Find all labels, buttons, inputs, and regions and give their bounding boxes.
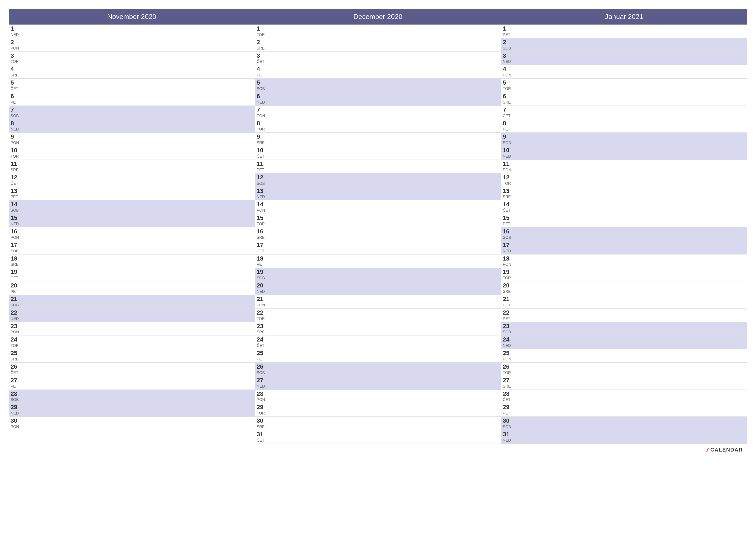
day-name: SRE	[503, 100, 514, 105]
day-info: 22NED	[11, 309, 21, 321]
day-name: SOB	[503, 330, 514, 334]
day-info: 6SRE	[503, 93, 514, 105]
day-row: 11SRE	[9, 160, 255, 173]
day-name: ČET	[503, 303, 514, 308]
day-number: 31	[257, 431, 267, 438]
day-number: 16	[11, 228, 21, 235]
day-row: 24NED	[501, 336, 747, 349]
day-number: 16	[257, 228, 267, 235]
day-number: 11	[11, 161, 21, 167]
day-row: 1PET	[501, 25, 747, 38]
day-number: 8	[257, 120, 267, 127]
day-name: SRE	[11, 73, 21, 78]
day-name: SOB	[11, 114, 21, 118]
day-info: 14SOB	[11, 201, 21, 213]
day-number: 29	[503, 404, 514, 411]
logo: 7 CALENDAR	[706, 446, 743, 453]
day-number: 27	[257, 377, 267, 384]
day-row: 5TOR	[501, 79, 747, 92]
day-info: 11PET	[257, 161, 267, 172]
day-info: 6PET	[11, 93, 21, 105]
day-name: TOR	[11, 249, 21, 253]
day-name: PET	[11, 195, 21, 199]
day-name: ČET	[257, 60, 267, 64]
day-name: SOB	[11, 208, 21, 213]
day-number: 15	[503, 215, 514, 221]
day-name: ČET	[257, 343, 267, 348]
day-row: 21PON	[255, 295, 501, 309]
day-row: 13SRE	[501, 187, 747, 200]
day-number: 12	[257, 174, 267, 181]
day-name: ČET	[503, 397, 514, 402]
day-name: NED	[11, 222, 21, 226]
day-name: PET	[503, 127, 514, 132]
day-name: TOR	[503, 87, 514, 91]
day-row: 8PET	[501, 119, 747, 133]
day-row: 6PET	[9, 92, 255, 106]
day-info: 26TOR	[503, 364, 514, 375]
day-number: 24	[257, 336, 267, 343]
day-number: 5	[503, 79, 514, 86]
day-number: 1	[11, 25, 21, 32]
day-row: 23SRE	[255, 322, 501, 336]
day-info: 18PON	[503, 255, 514, 267]
day-info: 11SRE	[11, 161, 21, 172]
day-info: 1NED	[11, 25, 21, 37]
day-name: NED	[503, 343, 514, 348]
day-number: 6	[257, 93, 267, 100]
day-name: PET	[503, 411, 514, 416]
day-row: 30SOB	[501, 417, 747, 430]
day-name: SRE	[257, 46, 267, 51]
month-header-0: November 2020	[9, 9, 255, 25]
day-row: 12TOR	[501, 173, 747, 187]
day-number: 13	[11, 188, 21, 194]
month-header-2: Januar 2021	[501, 9, 747, 25]
day-info: 10ČET	[257, 147, 267, 159]
day-info: 28ČET	[503, 391, 514, 402]
day-name: SRE	[503, 195, 514, 199]
day-info: 5TOR	[503, 79, 514, 91]
day-info: 10NED	[503, 147, 514, 159]
day-name: PON	[257, 397, 267, 402]
day-name: NED	[503, 154, 514, 159]
day-name: TOR	[257, 33, 267, 37]
day-row: 9SRE	[255, 133, 501, 146]
day-info: 27SRE	[503, 377, 514, 389]
day-row: 7ČET	[501, 106, 747, 119]
day-name: SOB	[503, 425, 514, 429]
day-number: 3	[257, 53, 267, 59]
day-number: 30	[257, 418, 267, 424]
day-info: 20SRE	[503, 282, 514, 294]
day-number: 26	[503, 364, 514, 370]
day-row: 13NED	[255, 187, 501, 200]
day-number: 21	[257, 296, 267, 302]
day-info: 9SOB	[503, 134, 514, 145]
day-info: 25SRE	[11, 350, 21, 362]
day-number: 3	[503, 53, 514, 59]
day-number: 29	[257, 404, 267, 411]
day-number: 1	[257, 25, 267, 32]
day-info: 23SOB	[503, 323, 514, 335]
day-name: ČET	[11, 87, 21, 91]
day-info: 30SRE	[257, 418, 267, 429]
day-number: 14	[11, 201, 21, 208]
day-name: SOB	[503, 46, 514, 51]
day-name: SOB	[257, 87, 267, 91]
day-number: 2	[503, 39, 514, 46]
day-name: TOR	[257, 411, 267, 416]
day-number: 4	[503, 66, 514, 73]
day-info: 12SOB	[257, 174, 267, 186]
day-name: NED	[257, 290, 267, 294]
day-number: 22	[503, 309, 514, 316]
day-number: 13	[257, 188, 267, 194]
day-number: 15	[11, 215, 21, 221]
day-info: 15NED	[11, 215, 21, 226]
day-name: SRE	[503, 290, 514, 294]
day-name: ČET	[503, 114, 514, 118]
day-row: 10TOR	[9, 146, 255, 160]
day-name: NED	[503, 249, 514, 253]
day-row: 14SOB	[9, 200, 255, 214]
day-number: 4	[11, 66, 21, 73]
day-row: 25PON	[501, 349, 747, 363]
day-number: 22	[257, 309, 267, 316]
